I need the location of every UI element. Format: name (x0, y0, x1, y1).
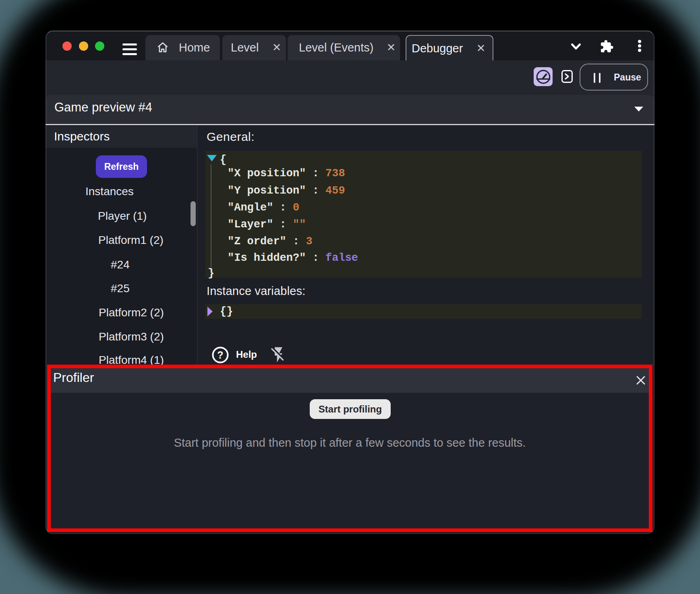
svg-text:?: ? (217, 349, 223, 361)
